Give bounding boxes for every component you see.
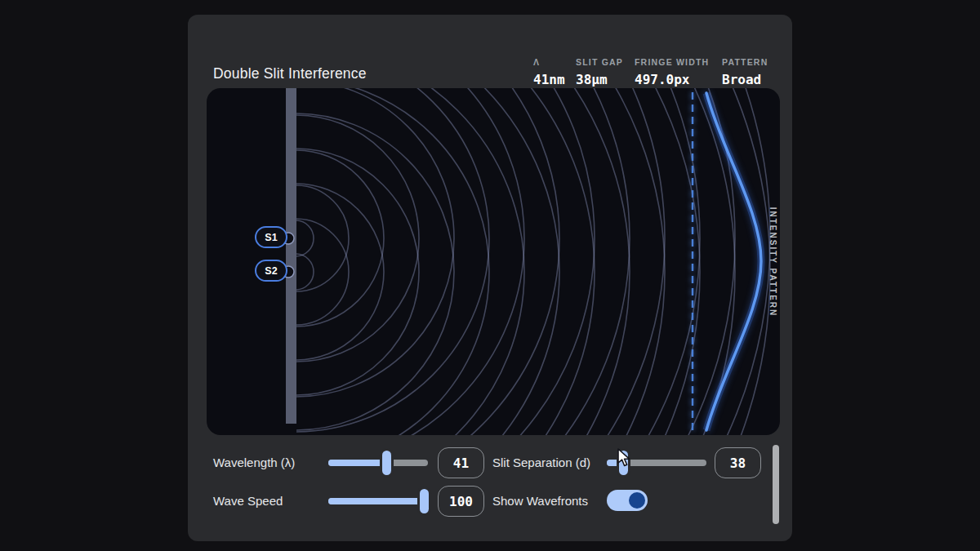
wavelength-slider-fill — [328, 460, 386, 466]
scrollbar-thumb[interactable] — [773, 445, 779, 524]
wave-svg — [207, 88, 780, 435]
wave-speed-label: Wave Speed — [213, 493, 283, 509]
show-wavefronts-toggle[interactable] — [607, 490, 648, 511]
stat-slit-gap: SLIT GAP 38μm — [576, 57, 623, 87]
stat-fringe-width-label: FRINGE WIDTH — [635, 57, 709, 67]
stat-slit-gap-value: 38μm — [576, 72, 623, 87]
simulation-canvas[interactable]: S1 S2 INTENSITY PATTERN — [207, 88, 780, 435]
stat-fringe-width-value: 497.0px — [635, 72, 709, 87]
wavelength-slider[interactable] — [328, 460, 428, 466]
wave-speed-value-box[interactable]: 100 — [438, 486, 484, 517]
stat-wavelength-value: 41nm — [533, 72, 565, 87]
mouse-cursor-icon — [616, 448, 633, 468]
slit-separation-label: Slit Separation (d) — [492, 455, 590, 471]
stat-wavelength-label: Λ — [533, 57, 565, 67]
source-s1-badge: S1 — [255, 226, 287, 248]
slit-separation-value-box[interactable]: 38 — [715, 447, 761, 478]
wave-speed-slider-thumb[interactable] — [420, 489, 429, 513]
stat-wavelength: Λ 41nm — [533, 57, 565, 87]
intensity-pattern-label: INTENSITY PATTERN — [768, 207, 777, 317]
barrier — [286, 88, 296, 424]
wavelength-slider-thumb[interactable] — [382, 451, 391, 475]
wave-speed-slider[interactable] — [328, 498, 428, 504]
show-wavefronts-label: Show Wavefronts — [492, 493, 588, 509]
stat-pattern: PATTERN Broad — [722, 57, 768, 87]
wavelength-value-box[interactable]: 41 — [438, 447, 484, 478]
stat-slit-gap-label: SLIT GAP — [576, 57, 623, 67]
stat-pattern-label: PATTERN — [722, 57, 768, 67]
app-card: Double Slit Interference Λ 41nm SLIT GAP… — [188, 15, 792, 541]
stat-fringe-width: FRINGE WIDTH 497.0px — [635, 57, 709, 87]
source-s2-badge: S2 — [255, 260, 287, 282]
wavelength-label: Wavelength (λ) — [213, 455, 295, 471]
wave-speed-slider-fill — [328, 498, 428, 504]
page-title: Double Slit Interference — [213, 65, 367, 82]
stat-pattern-value: Broad — [722, 72, 768, 87]
toggle-knob — [629, 492, 645, 509]
